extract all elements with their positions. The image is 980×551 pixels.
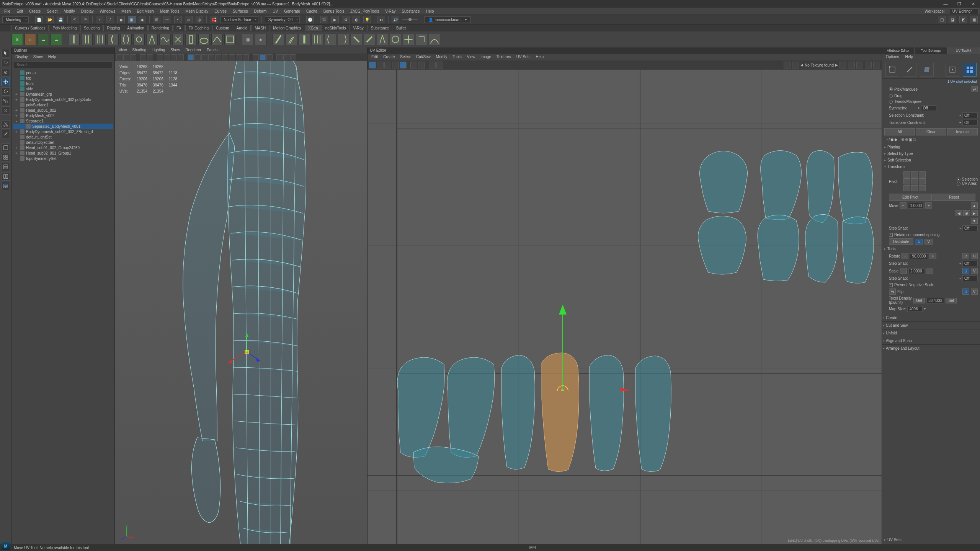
- convert-vertex-icon[interactable]: ▫: [887, 137, 888, 142]
- uv-uv-icon[interactable]: [392, 62, 399, 68]
- shelf-tab[interactable]: Bullet: [393, 25, 409, 31]
- uv-vertex-icon[interactable]: [369, 62, 376, 68]
- outliner-search-input[interactable]: [14, 62, 112, 68]
- menu-deform[interactable]: Deform: [252, 8, 270, 14]
- uv-menu-image[interactable]: Image: [478, 54, 493, 60]
- xgen-density-icon[interactable]: [133, 34, 145, 45]
- xgen-clump-icon[interactable]: [146, 34, 158, 45]
- xgen-new-icon[interactable]: ✖: [11, 34, 23, 45]
- menu-curves[interactable]: Curves: [212, 8, 229, 14]
- edit-pivot-button[interactable]: Edit Pivot: [889, 194, 932, 201]
- shelf-tab[interactable]: FX: [173, 25, 185, 31]
- move-up-icon[interactable]: ▲: [971, 202, 978, 209]
- uv-menu-cutsew[interactable]: Cut/Sew: [414, 54, 433, 60]
- sel-mode-edge-icon[interactable]: [903, 63, 916, 77]
- vp-gamma-icon[interactable]: [283, 54, 289, 60]
- sel-mode-uv-icon[interactable]: [946, 63, 959, 77]
- section-arrangelayout[interactable]: Arrange and Layout: [882, 344, 980, 352]
- menu-editmesh[interactable]: Edit Mesh: [134, 8, 156, 14]
- outliner-node[interactable]: topoSymmetrySet: [13, 156, 113, 161]
- uv-image-icon[interactable]: [784, 62, 791, 68]
- vp-ao-icon[interactable]: [229, 54, 235, 60]
- convert-uv-icon[interactable]: ◆: [894, 137, 897, 142]
- select-inverse-button[interactable]: Inverse: [947, 128, 978, 135]
- uv-menu-view[interactable]: View: [465, 54, 478, 60]
- shelf-tab[interactable]: Rigging: [103, 25, 123, 31]
- shelf-tab[interactable]: Motion Graphics: [270, 25, 304, 31]
- outliner-node[interactable]: -Separate1: [13, 118, 113, 124]
- account-dropdown[interactable]: 👤tomassackman...▾: [424, 16, 471, 23]
- selcon-value[interactable]: Off: [962, 112, 978, 118]
- menu-generate[interactable]: Generate: [281, 8, 303, 14]
- tab-tool-settings[interactable]: Tool Settings: [915, 47, 947, 54]
- vp-exposure-icon[interactable]: [276, 54, 283, 60]
- sel-mode-vertex-icon[interactable]: [885, 63, 899, 77]
- single-view-icon[interactable]: [2, 143, 10, 152]
- menu-display[interactable]: Display: [78, 8, 96, 14]
- menu-zhcg[interactable]: ZhCG_PolyTools: [348, 8, 382, 14]
- pivot-uvarea-radio[interactable]: [957, 182, 960, 186]
- uv-menu-uvsets[interactable]: UV Sets: [514, 54, 533, 60]
- move-manipulator-icon[interactable]: [228, 333, 266, 371]
- move-value[interactable]: 1.0000: [908, 203, 924, 209]
- retain-spacing-checkbox[interactable]: [889, 233, 893, 237]
- live-surface-dropdown[interactable]: No Live Surface: [220, 16, 258, 23]
- uv-menu-create[interactable]: Create: [381, 54, 397, 60]
- xgen-region-icon[interactable]: [198, 34, 210, 45]
- vp-shadows-icon[interactable]: [222, 54, 228, 60]
- outliner-node[interactable]: +BodyMesh_v002: [13, 113, 113, 118]
- uv-baked-icon[interactable]: [873, 62, 880, 68]
- maximize-button[interactable]: ❐: [955, 2, 964, 7]
- vp-grease-icon[interactable]: [147, 54, 153, 60]
- outliner-node[interactable]: defaultObjectSet: [13, 140, 113, 145]
- minimize-button[interactable]: —: [941, 2, 950, 7]
- vp-xray-icon[interactable]: [260, 54, 266, 60]
- xgen-brush12-icon[interactable]: [416, 34, 427, 45]
- toggle-toolsetting-icon[interactable]: ◪: [949, 16, 956, 23]
- outliner-node[interactable]: front: [13, 81, 113, 86]
- sel-vertex-icon[interactable]: ▪: [96, 16, 103, 23]
- move-right-icon[interactable]: ▶: [971, 210, 978, 216]
- toggle-channelbox-icon[interactable]: ◫: [938, 16, 946, 23]
- xgen-guide4-icon[interactable]: [107, 34, 119, 45]
- texel-get-button[interactable]: Get: [913, 298, 925, 303]
- xgen-brush7-icon[interactable]: [351, 34, 362, 45]
- stepsnap1-value[interactable]: Off: [962, 225, 978, 231]
- snap-grid-icon[interactable]: ⊞: [153, 16, 160, 23]
- vp-bookmark-icon[interactable]: [123, 54, 129, 60]
- xgen-guide3-icon[interactable]: [94, 34, 106, 45]
- outliner-tree[interactable]: persptopfrontside+Dynamesh_grp+BodyDynam…: [11, 69, 114, 544]
- xgen-brush2-icon[interactable]: [286, 34, 297, 45]
- snap-live-icon[interactable]: ◎: [196, 16, 203, 23]
- outliner-node[interactable]: +Head_sub01_002: [13, 108, 113, 113]
- menu-modify[interactable]: Modify: [61, 8, 77, 14]
- selmode-tweak-radio[interactable]: [889, 100, 893, 104]
- vp-textured-icon[interactable]: [208, 54, 214, 60]
- selmode-drag-radio[interactable]: [889, 94, 893, 98]
- move-down-icon[interactable]: ▼: [971, 218, 978, 224]
- move-left-icon[interactable]: ◀: [956, 210, 962, 216]
- shelf-tab[interactable]: Poly Modeling: [49, 25, 80, 31]
- render-settings-icon[interactable]: ⚙: [342, 16, 350, 23]
- sel-uv-icon[interactable]: ◆: [139, 16, 146, 23]
- toolkit-menu-options[interactable]: Options: [884, 54, 901, 60]
- texel-value[interactable]: 38.4333: [926, 298, 944, 303]
- shelf-tab[interactable]: Sculpting: [80, 25, 103, 31]
- xgen-cut-icon[interactable]: [172, 34, 184, 45]
- sel-border-icon[interactable]: □: [913, 137, 915, 142]
- pivot-t-icon[interactable]: [911, 171, 918, 178]
- pivot-tr-icon[interactable]: [919, 171, 926, 178]
- section-transform[interactable]: Transform: [884, 163, 978, 170]
- xgen-export-icon[interactable]: ☁: [51, 34, 62, 45]
- uv-gamma-icon[interactable]: [865, 62, 872, 68]
- sel-object-icon[interactable]: ▣: [128, 16, 136, 23]
- uv-checker-icon[interactable]: [840, 62, 846, 68]
- lasso-tool-icon[interactable]: [2, 59, 10, 67]
- shelf-tab[interactable]: Animation: [124, 25, 147, 31]
- construction-history-icon[interactable]: 🕑: [306, 16, 314, 23]
- vp-aa-icon[interactable]: [243, 54, 249, 60]
- xgen-brush5-icon[interactable]: [325, 34, 336, 45]
- pivot-tl-icon[interactable]: [903, 171, 910, 178]
- uv-menu-help[interactable]: Help: [533, 54, 546, 60]
- outliner-node[interactable]: defaultLightSet: [13, 134, 113, 140]
